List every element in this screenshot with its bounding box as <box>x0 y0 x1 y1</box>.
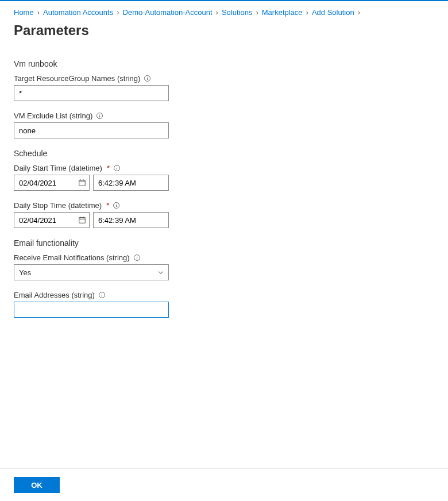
info-icon[interactable] <box>113 164 121 172</box>
receive-email-select[interactable]: Yes <box>14 264 169 280</box>
breadcrumb-automation-accounts[interactable]: Automation Accounts <box>43 8 113 17</box>
info-icon[interactable] <box>133 254 141 261</box>
breadcrumb-marketplace[interactable]: Marketplace <box>262 8 303 17</box>
chevron-right-icon: › <box>117 8 119 17</box>
info-icon[interactable] <box>113 202 120 209</box>
breadcrumb-solutions[interactable]: Solutions <box>222 8 252 17</box>
section-email: Email functionality <box>14 238 434 248</box>
select-value: Yes <box>19 268 31 277</box>
svg-point-15 <box>116 203 117 204</box>
chevron-right-icon: › <box>256 8 258 17</box>
required-indicator: * <box>106 201 109 210</box>
info-icon[interactable] <box>98 291 106 299</box>
email-addresses-input[interactable] <box>14 302 169 318</box>
daily-start-date-input[interactable] <box>14 175 90 191</box>
daily-stop-time-input[interactable] <box>93 212 169 228</box>
footer: OK <box>0 468 448 501</box>
info-icon[interactable] <box>144 75 151 82</box>
chevron-right-icon: › <box>216 8 218 17</box>
label-email-addresses: Email Addresses (string) <box>14 291 95 299</box>
chevron-right-icon: › <box>37 8 40 17</box>
ok-button[interactable]: OK <box>14 477 60 493</box>
breadcrumb-home[interactable]: Home <box>14 8 34 17</box>
svg-point-2 <box>147 76 148 77</box>
label-receive-email: Receive Email Notifications (string) <box>14 253 130 262</box>
breadcrumb-demo-account[interactable]: Demo-Automation-Account <box>123 8 213 17</box>
info-icon[interactable] <box>96 112 103 120</box>
label-exclude-list: VM Exclude List (string) <box>14 111 92 120</box>
daily-stop-date-input[interactable] <box>14 212 90 228</box>
label-target-rg: Target ResourceGroup Names (string) <box>14 74 140 83</box>
target-resourcegroup-input[interactable] <box>14 85 169 101</box>
svg-point-8 <box>117 166 117 167</box>
page-title: Parameters <box>14 22 434 38</box>
vm-exclude-list-input[interactable] <box>14 122 169 138</box>
svg-point-5 <box>99 114 100 114</box>
label-daily-stop: Daily Stop Time (datetime) <box>14 201 102 210</box>
svg-point-22 <box>137 256 137 256</box>
section-vm-runbook: Vm runbook <box>14 59 434 68</box>
breadcrumb: Home › Automation Accounts › Demo-Automa… <box>14 8 434 17</box>
chevron-right-icon: › <box>358 8 360 17</box>
section-schedule: Schedule <box>14 149 434 158</box>
label-daily-start: Daily Start Time (datetime) <box>14 164 102 172</box>
breadcrumb-add-solution[interactable]: Add Solution <box>312 8 354 17</box>
required-indicator: * <box>107 164 110 172</box>
daily-start-time-input[interactable] <box>93 175 169 191</box>
svg-point-25 <box>102 293 102 294</box>
chevron-right-icon: › <box>306 8 308 17</box>
